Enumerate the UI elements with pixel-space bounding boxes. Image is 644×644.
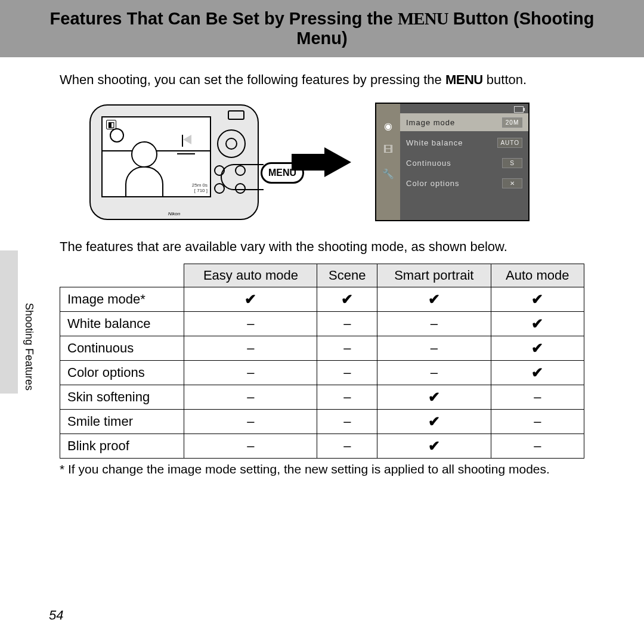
camera-tab-icon: ◉ [381,120,395,135]
page-number: 54 [49,608,63,623]
cell: ✔ [491,287,584,312]
cell: ✔ [377,434,491,459]
intro-menu-word: MENU [445,72,483,87]
cell: – [317,312,377,336]
camera-dpad [217,129,246,158]
page-title: Features That Can Be Set by Pressing the… [0,0,644,57]
cell: – [184,410,317,434]
diagram-row: ◧ 25m 0s[ 710 ] Nikon MENU ◉ 🎞 🔧 [89,103,584,221]
cell: – [377,312,491,336]
table-row: Smile timer––✔– [60,410,584,434]
arrow-icon [324,147,351,177]
menu-item-label: Continuous [406,159,451,168]
section-side-label: Shooting Features [23,303,35,391]
menu-item-label: White balance [406,138,463,147]
table-row: Skin softening––✔– [60,385,584,410]
cell: – [317,385,377,410]
cell: ✔ [377,410,491,434]
cell: – [317,336,377,361]
setup-tab-icon: 🔧 [381,168,395,182]
menu-item-color-options: Color options ✕ [400,174,528,192]
menu-item-label: Color options [406,179,460,188]
intro-prefix: When shooting, you can set the following… [60,72,445,87]
camera-mode-icon: ◧ [106,120,116,129]
intro-suffix: button. [483,72,527,87]
camera-lcd: ◧ 25m 0s[ 710 ] [101,116,211,197]
menu-item-badge: ✕ [502,178,522,188]
col-smart-portrait: Smart portrait [377,264,491,287]
row-label: Image mode* [60,287,184,312]
table-row: Continuous–––✔ [60,336,584,361]
cell: – [184,336,317,361]
cell: ✔ [377,287,491,312]
cell: ✔ [317,287,377,312]
table-row: Color options–––✔ [60,361,584,385]
shooting-menu-screen: ◉ 🎞 🔧 Image mode 20M White balance AUTO … [375,103,530,221]
cell: – [491,385,584,410]
menu-item-image-mode: Image mode 20M [400,113,528,131]
cell: ✔ [491,336,584,361]
cell: – [317,434,377,459]
cell: – [184,312,317,336]
cell: – [377,336,491,361]
table-row: Image mode*✔✔✔✔ [60,287,584,312]
menu-item-label: Image mode [406,118,455,127]
cell: – [491,434,584,459]
col-auto-mode: Auto mode [491,264,584,287]
footnote: * If you change the image mode setting, … [60,462,584,476]
cell: ✔ [377,385,491,410]
table-intro: The features that are available vary wit… [60,239,584,255]
feature-availability-table: Easy auto mode Scene Smart portrait Auto… [60,264,584,459]
col-easy-auto: Easy auto mode [184,264,317,287]
menu-item-badge: S [502,158,522,168]
cell: – [317,410,377,434]
cell: – [377,361,491,385]
side-tab [0,250,18,394]
row-label: Skin softening [60,385,184,410]
row-label: Smile timer [60,410,184,434]
cell: ✔ [491,361,584,385]
table-row: Blink proof––✔– [60,434,584,459]
movie-tab-icon: 🎞 [381,144,395,159]
camera-brand: Nikon [168,211,180,216]
battery-icon [514,106,524,113]
row-label: Blink proof [60,434,184,459]
cell: ✔ [491,312,584,336]
cell: – [184,434,317,459]
cell: – [184,361,317,385]
title-menu-word: MENU [398,9,448,28]
row-label: White balance [60,312,184,336]
row-label: Continuous [60,336,184,361]
table-row: White balance–––✔ [60,312,584,336]
intro-text: When shooting, you can set the following… [60,72,584,88]
cell: – [184,385,317,410]
menu-item-badge: 20M [502,117,522,128]
col-scene: Scene [317,264,377,287]
table-blank-header [60,264,184,287]
cell: – [491,410,584,434]
camera-illustration: ◧ 25m 0s[ 710 ] Nikon MENU [89,104,259,220]
menu-item-badge: AUTO [497,138,522,148]
title-prefix: Features That Can Be Set by Pressing the [50,9,398,28]
row-label: Color options [60,361,184,385]
cell: – [317,361,377,385]
cell: ✔ [184,287,317,312]
menu-item-white-balance: White balance AUTO [400,134,528,151]
menu-item-continuous: Continuous S [400,154,528,172]
menu-side-tabs: ◉ 🎞 🔧 [376,104,400,220]
